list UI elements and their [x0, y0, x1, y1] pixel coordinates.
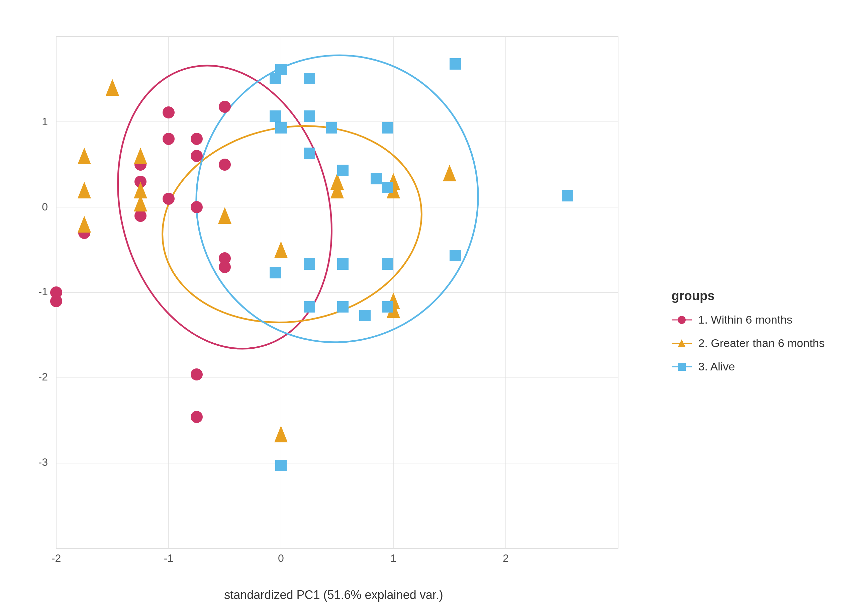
svg-point-40 [50, 295, 62, 307]
svg-text:-2: -2 [38, 371, 48, 383]
svg-text:1: 1 [391, 552, 396, 564]
svg-text:-1: -1 [38, 285, 48, 298]
legend-item-2: 2. Greater than 6 months [672, 337, 825, 350]
svg-rect-81 [382, 301, 393, 313]
svg-rect-80 [337, 301, 349, 313]
svg-point-44 [191, 411, 203, 423]
legend-label-3: 3. Alive [698, 360, 735, 373]
legend-item-1: 1. Within 6 months [672, 313, 793, 327]
svg-point-30 [163, 133, 175, 145]
svg-rect-64 [304, 73, 315, 84]
svg-text:-3: -3 [38, 456, 48, 468]
legend-label-2: 2. Greater than 6 months [698, 337, 825, 350]
chart-container: standardized PC2 (25.3% explained var.) [0, 0, 868, 605]
scatter-plot: -2 -1 0 1 2 1 0 -1 -2 -3 [16, 26, 652, 579]
chart-wrapper: standardized PC2 (25.3% explained var.) [16, 18, 852, 587]
svg-point-87 [678, 316, 686, 324]
svg-rect-71 [304, 147, 315, 159]
svg-rect-73 [370, 173, 382, 185]
svg-point-27 [219, 101, 231, 113]
svg-text:0: 0 [278, 552, 284, 564]
svg-rect-78 [270, 267, 281, 278]
svg-point-28 [163, 106, 175, 118]
svg-rect-79 [304, 301, 315, 313]
svg-rect-63 [270, 73, 281, 84]
svg-rect-82 [359, 310, 370, 321]
svg-rect-75 [304, 258, 315, 270]
svg-point-32 [219, 158, 231, 171]
legend-title: groups [672, 289, 715, 303]
svg-rect-83 [450, 250, 461, 261]
legend-icon-triangle [672, 337, 692, 350]
svg-rect-67 [304, 110, 315, 122]
svg-text:-2: -2 [51, 552, 60, 564]
x-axis-label: standardized PC1 (51.6% explained var.) [224, 588, 443, 602]
svg-point-43 [191, 368, 203, 380]
svg-point-36 [163, 193, 175, 205]
svg-rect-68 [275, 122, 287, 133]
svg-rect-69 [326, 122, 337, 133]
svg-point-29 [191, 133, 203, 145]
legend-icon-circle [672, 313, 692, 327]
svg-rect-65 [450, 58, 461, 70]
svg-rect-72 [337, 164, 349, 176]
svg-text:1: 1 [42, 115, 48, 127]
plot-area: standardized PC2 (25.3% explained var.) [16, 26, 652, 579]
svg-rect-66 [270, 110, 281, 122]
svg-rect-76 [337, 258, 349, 270]
svg-text:2: 2 [503, 552, 509, 564]
svg-rect-84 [562, 190, 574, 202]
legend-label-1: 1. Within 6 months [698, 313, 793, 326]
svg-text:-1: -1 [164, 552, 173, 564]
chart-legend: groups 1. Within 6 months [672, 222, 825, 383]
svg-text:0: 0 [42, 201, 48, 213]
svg-rect-74 [382, 182, 393, 193]
svg-rect-77 [382, 258, 393, 270]
svg-point-31 [191, 150, 203, 162]
svg-point-42 [219, 261, 231, 273]
svg-point-35 [191, 201, 203, 213]
svg-point-37 [135, 210, 147, 222]
svg-rect-70 [382, 122, 393, 133]
svg-rect-91 [678, 363, 686, 371]
legend-item-3: 3. Alive [672, 360, 735, 374]
legend-icon-square [672, 360, 692, 374]
svg-rect-85 [275, 460, 287, 471]
